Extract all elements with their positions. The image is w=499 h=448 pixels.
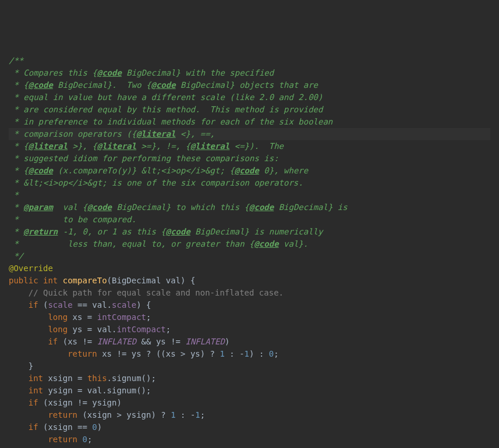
override-annotation: @Override: [9, 264, 53, 273]
code-line: }: [9, 361, 33, 371]
method-signature: public int compareTo(BigDecimal val) {: [9, 276, 195, 285]
javadoc-open: /**: [9, 56, 23, 65]
code-line: if (xsign == 0): [9, 422, 102, 432]
return-tag: @return: [23, 227, 58, 236]
javadoc-line: * @return -1, 0, or 1 as this {@code Big…: [9, 227, 323, 236]
code-line: long ys = val.intCompact;: [9, 325, 171, 334]
code-tag: @code: [151, 80, 175, 90]
code-tag: @code: [249, 202, 274, 212]
code-line: if (xs != INFLATED && ys != INFLATED): [9, 337, 229, 346]
javadoc-line: * {@literal >}, {@literal >=}, !=, {@lit…: [9, 141, 284, 151]
javadoc-line: * @param val {@code BigDecimal} to which…: [9, 202, 348, 212]
literal-tag: @literal: [29, 141, 68, 151]
javadoc-line: * equal in value but have a different sc…: [9, 93, 323, 102]
code-line: return 0;: [9, 435, 92, 444]
code-tag: @code: [29, 80, 53, 90]
javadoc-line: * &lt;<i>op</i>&gt; is one of the six co…: [9, 178, 303, 187]
code-line: return (xsign > ysign) ? 1 : -1;: [9, 410, 205, 419]
method-name: compareTo: [63, 276, 107, 285]
javadoc-line: *: [9, 190, 19, 200]
code-tag: @code: [97, 68, 122, 77]
javadoc-line: * to be compared.: [9, 215, 136, 224]
code-line: long xs = intCompact;: [9, 312, 151, 322]
param-tag: @param: [23, 202, 53, 212]
line-comment: // Quick path for equal scale and non-in…: [9, 288, 284, 297]
javadoc-line: * less than, equal to, or greater than {…: [9, 239, 308, 248]
javadoc-close: */: [9, 251, 23, 261]
javadoc-line: * in preference to individual methods fo…: [9, 117, 332, 126]
code-tag: @code: [166, 227, 190, 236]
literal-tag: @literal: [136, 129, 175, 138]
literal-tag: @literal: [190, 141, 229, 151]
javadoc-line: * Compares this {@code BigDecimal} with …: [9, 68, 274, 77]
code-tag: @code: [29, 166, 53, 175]
code-tag: @code: [235, 166, 259, 175]
javadoc-line: * {@code BigDecimal}. Two {@code BigDeci…: [9, 80, 318, 90]
javadoc-line: * are considered equal by this method. T…: [9, 105, 323, 114]
javadoc-line: * {@code (x.compareTo(y)} &lt;<i>op</i>&…: [9, 166, 308, 175]
code-line: int ysign = val.signum();: [9, 386, 151, 395]
code-line: int xsign = this.signum();: [9, 374, 156, 383]
code-editor[interactable]: /** * Compares this {@code BigDecimal} w…: [9, 55, 490, 448]
javadoc-line: * comparison operators ({@literal <}, ==…: [9, 129, 215, 138]
code-line: if (xsign != ysign): [9, 398, 122, 407]
code-line: return xs != ys ? ((xs > ys) ? 1 : -1) :…: [9, 349, 279, 358]
code-tag: @code: [87, 202, 112, 212]
javadoc-line: * suggested idiom for performing these c…: [9, 154, 279, 163]
literal-tag: @literal: [97, 141, 136, 151]
code-tag: @code: [254, 239, 278, 248]
code-line: if (scale == val.scale) {: [9, 300, 151, 310]
